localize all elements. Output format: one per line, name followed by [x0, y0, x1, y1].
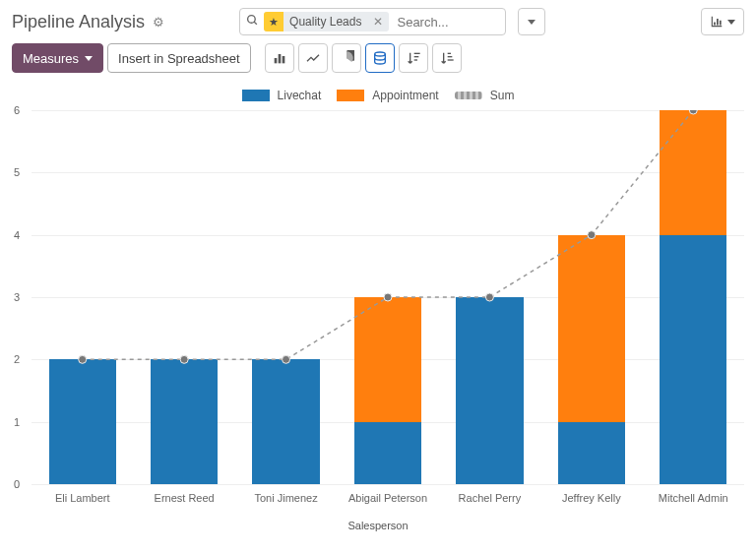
page-title: Pipeline Analysis — [12, 12, 145, 32]
svg-rect-3 — [278, 54, 281, 63]
x-tick-label: Mitchell Admin — [643, 492, 744, 504]
search-input[interactable] — [393, 15, 501, 30]
x-tick-label: Ernest Reed — [133, 492, 234, 504]
bar-eli-lambert[interactable]: Eli Lambert — [32, 359, 133, 484]
svg-point-0 — [247, 16, 255, 24]
x-tick-label: Eli Lambert — [32, 492, 133, 504]
insert-spreadsheet-button[interactable]: Insert in Spreadsheet — [107, 43, 251, 73]
view-chart-dropdown[interactable] — [701, 8, 744, 35]
x-tick-label: Jeffrey Kelly — [540, 492, 642, 504]
measures-label: Measures — [23, 51, 79, 66]
chart: Livechat Appointment Sum 0123456 Eli Lam… — [0, 81, 756, 543]
bar-rachel-perry[interactable]: Rachel Perry — [439, 297, 540, 484]
x-tick-label: Toni Jimenez — [235, 492, 337, 504]
search-filter-tag[interactable]: ★ Quality Leads ✕ — [264, 12, 389, 31]
x-axis-label: Salesperson — [0, 520, 756, 531]
search-filter-label: Quality Leads — [284, 15, 367, 29]
measures-button[interactable]: Measures — [12, 43, 103, 73]
insert-label: Insert in Spreadsheet — [118, 51, 240, 66]
x-tick-label: Rachel Perry — [439, 492, 540, 504]
x-tick-label: Abigail Peterson — [337, 492, 438, 504]
svg-rect-4 — [282, 56, 284, 63]
bar-mitchell-admin[interactable]: Mitchell Admin — [643, 110, 744, 484]
bar-toni-jimenez[interactable]: Toni Jimenez — [235, 359, 337, 484]
bar-chart-icon[interactable] — [265, 43, 294, 73]
search-icon — [244, 14, 260, 30]
search-box[interactable]: ★ Quality Leads ✕ — [239, 8, 506, 35]
stacked-icon[interactable] — [365, 43, 395, 73]
sort-desc-icon[interactable] — [399, 43, 428, 73]
svg-rect-2 — [274, 58, 277, 63]
gear-icon[interactable]: ⚙ — [153, 15, 164, 30]
svg-point-5 — [374, 52, 385, 56]
star-icon: ★ — [264, 12, 284, 31]
bar-abigail-peterson[interactable]: Abigail Peterson — [337, 297, 438, 484]
chart-bars: Eli LambertErnest ReedToni JimenezAbigai… — [32, 110, 744, 484]
svg-line-1 — [254, 22, 257, 25]
pie-chart-icon[interactable] — [332, 43, 361, 73]
line-chart-icon[interactable] — [298, 43, 328, 73]
search-options-dropdown[interactable] — [518, 8, 545, 35]
bar-ernest-reed[interactable]: Ernest Reed — [133, 359, 234, 484]
chart-legend: Livechat Appointment Sum — [0, 81, 756, 108]
bar-jeffrey-kelly[interactable]: Jeffrey Kelly — [540, 235, 642, 484]
remove-filter-icon[interactable]: ✕ — [367, 15, 389, 29]
sort-asc-icon[interactable] — [432, 43, 462, 73]
